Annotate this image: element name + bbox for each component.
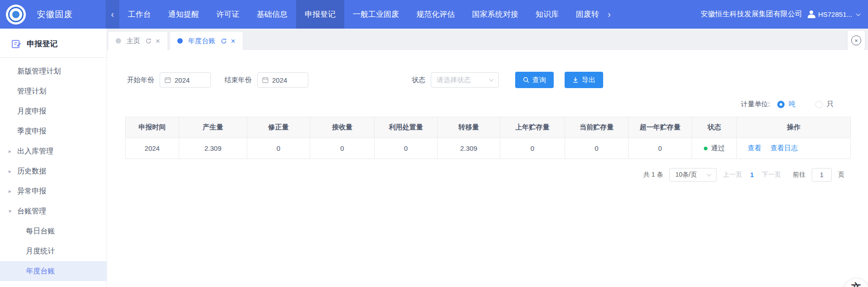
sidebar-item-monthly-statistics[interactable]: 月度统计 (0, 241, 107, 261)
tab-annual-ledger[interactable]: 年度台账 × (170, 32, 243, 50)
tab-home[interactable]: 主页 × (108, 32, 167, 50)
nav-scroll-right-icon[interactable]: › (608, 0, 614, 29)
prev-page-button[interactable]: 上一页 (723, 171, 742, 179)
status-dot-icon (704, 147, 707, 150)
cell-last-year-storage: 0 (500, 138, 565, 159)
user-menu[interactable]: HS72851... (808, 10, 860, 18)
sidebar: 申报登记 新版管理计划 管理计划 月度申报 季度申报 ▸出入库管理 ▸历史数据 … (0, 29, 107, 287)
goto-page-input[interactable]: 1 (812, 168, 832, 182)
goto-label: 前往 (793, 171, 805, 179)
user-icon (808, 10, 815, 18)
nav-item-declaration[interactable]: 申报登记 (296, 0, 344, 29)
col-current-storage: 当前贮存量 (565, 117, 629, 138)
current-page[interactable]: 1 (748, 171, 756, 178)
sidebar-item-management-plan[interactable]: 管理计划 (0, 81, 107, 101)
status-select[interactable]: 请选择状态 (431, 72, 499, 88)
table-header-row: 申报时间 产生量 修正量 接收量 利用处置量 转移量 上年贮存量 当前贮存量 超… (126, 117, 851, 138)
sidebar-item-annual-ledger[interactable]: 年度台账 (0, 261, 107, 281)
col-utilized-disposed: 利用处置量 (375, 117, 438, 138)
tab-dot (116, 38, 121, 44)
next-page-button[interactable]: 下一页 (762, 171, 781, 179)
nav-item-notifications[interactable]: 通知提醒 (160, 0, 208, 29)
radio-piece[interactable] (815, 101, 823, 108)
start-year-label: 开始年份 (127, 76, 154, 84)
col-status: 状态 (692, 117, 737, 138)
main-content: 开始年份 2024 结束年份 2024 状态 请选择状态 (107, 50, 868, 287)
col-corrected: 修正量 (247, 117, 310, 138)
floating-widget-button[interactable]: 文 (844, 279, 868, 287)
sidebar-item-daily-ledger[interactable]: 每日台账 (0, 221, 107, 241)
col-transferred: 转移量 (438, 117, 500, 138)
app-logo-icon (6, 5, 26, 25)
col-generated: 产生量 (179, 117, 247, 138)
end-year-input[interactable]: 2024 (257, 72, 308, 88)
declaration-form-icon (11, 39, 21, 49)
nav-item-standardization-assessment[interactable]: 规范化评估 (408, 0, 463, 29)
close-icon[interactable]: × (156, 37, 160, 45)
logo-emblem (12, 11, 20, 18)
nav-item-waste-transfer[interactable]: 固废转 (567, 0, 608, 29)
radio-piece-label[interactable]: 只 (827, 100, 834, 109)
pagination: 共 1 条 10条/页 上一页 1 下一页 前往 1 页 (107, 168, 868, 182)
end-year-label: 结束年份 (224, 76, 252, 84)
page-suffix: 页 (838, 171, 844, 179)
sidebar-item-inout-warehouse[interactable]: ▸出入库管理 (0, 141, 107, 161)
radio-ton[interactable] (777, 101, 785, 108)
view-link[interactable]: 查看 (748, 144, 761, 152)
sidebar-item-monthly-declaration[interactable]: 月度申报 (0, 101, 107, 121)
sidebar-title: 申报登记 (27, 39, 58, 49)
nav-item-workbench[interactable]: 工作台 (119, 0, 160, 29)
company-name: 安徽恒生科技发展集团有限公司 (701, 10, 802, 19)
search-icon (523, 77, 529, 83)
total-count: 共 1 条 (644, 171, 663, 179)
col-last-year-storage: 上年贮存量 (500, 117, 565, 138)
brand-zone: 安徽固废 (0, 0, 106, 29)
refresh-icon[interactable] (221, 38, 227, 44)
sidebar-menu: 新版管理计划 管理计划 月度申报 季度申报 ▸出入库管理 ▸历史数据 ▸异常申报… (0, 58, 107, 281)
start-year-input[interactable]: 2024 (160, 72, 211, 88)
col-received: 接收量 (310, 117, 375, 138)
search-button[interactable]: 查询 (515, 72, 554, 88)
caret-right-icon: ▸ (9, 168, 11, 174)
cell-transferred: 2.309 (438, 138, 500, 159)
unit-switcher: 计量单位: 吨 只 (107, 100, 868, 109)
page-size-select[interactable]: 10条/页 (669, 168, 717, 182)
calendar-icon (165, 77, 171, 83)
tab-dot (177, 38, 183, 44)
username: HS72851... (818, 10, 852, 18)
sidebar-item-quarterly-declaration[interactable]: 季度申报 (0, 121, 107, 141)
unit-label: 计量单位: (741, 100, 770, 109)
nav-item-national-system[interactable]: 国家系统对接 (463, 0, 527, 29)
nav-item-knowledge-base[interactable]: 知识库 (527, 0, 567, 29)
circle-close-icon: × (851, 35, 861, 45)
caret-right-icon: ▸ (9, 188, 11, 194)
caret-right-icon: ▸ (9, 148, 11, 154)
app-window: 安徽固废 ‹ 工作台 通知提醒 许可证 基础信息 申报登记 一般工业固废 规范化… (0, 0, 868, 287)
chevron-down-icon (707, 172, 712, 177)
cell-corrected: 0 (247, 138, 310, 159)
primary-nav: 工作台 通知提醒 许可证 基础信息 申报登记 一般工业固废 规范化评估 国家系统… (119, 0, 608, 29)
sidebar-header: 申报登记 (0, 29, 107, 55)
col-actions: 操作 (737, 117, 851, 138)
close-all-tabs-button[interactable]: × (848, 31, 865, 50)
refresh-icon[interactable] (146, 38, 151, 44)
sidebar-item-abnormal-declaration[interactable]: ▸异常申报 (0, 181, 107, 201)
sidebar-item-ledger-management[interactable]: ▾台账管理 (0, 201, 107, 221)
nav-item-basic-info[interactable]: 基础信息 (248, 0, 296, 29)
export-button[interactable]: 导出 (565, 72, 603, 88)
radio-ton-label[interactable]: 吨 (789, 100, 795, 109)
sidebar-item-new-management-plan[interactable]: 新版管理计划 (0, 61, 107, 81)
annual-ledger-table: 申报时间 产生量 修正量 接收量 利用处置量 转移量 上年贮存量 当前贮存量 超… (125, 117, 851, 159)
download-icon (572, 77, 579, 83)
nav-item-general-industrial-waste[interactable]: 一般工业固废 (344, 0, 408, 29)
nav-item-license[interactable]: 许可证 (208, 0, 248, 29)
nav-scroll-left-icon[interactable]: ‹ (106, 0, 119, 29)
close-icon[interactable]: × (231, 37, 235, 45)
cell-over-one-year-storage: 0 (629, 138, 692, 159)
sidebar-item-history-data[interactable]: ▸历史数据 (0, 161, 107, 181)
status-badge: 通过 (711, 144, 725, 153)
cell-status: 通过 (692, 138, 737, 159)
view-log-link[interactable]: 查看日志 (770, 144, 798, 152)
cell-actions: 查看 查看日志 (737, 138, 851, 159)
widget-glyph-icon: 文 (851, 281, 861, 287)
